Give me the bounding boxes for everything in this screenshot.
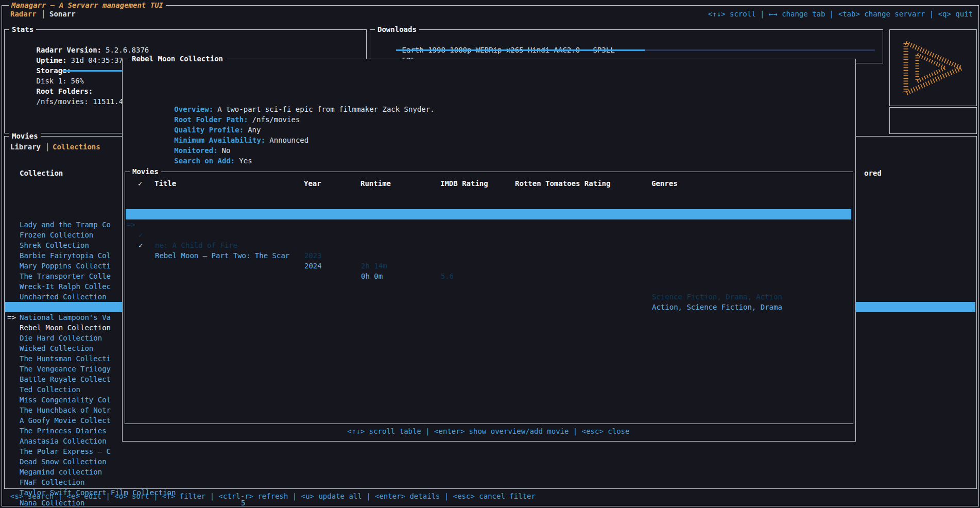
header-runtime: Runtime	[360, 178, 391, 189]
modal-movies-table-header: ✓ Title Year Runtime IMDB Rating Rotten …	[125, 178, 853, 189]
collection-row[interactable]: Nana Collection 2 /nfs/movies Any Yes	[5, 477, 975, 487]
movies-panel-title: Movies	[9, 131, 41, 141]
download-progress-gauge-fill	[396, 49, 645, 51]
movie-runtime: 0h 0m	[361, 271, 383, 281]
detail-field-value: Yes	[239, 157, 252, 165]
collection-row[interactable]: FNaF Collection	[5, 456, 975, 467]
downloads-panel-title: Downloads	[375, 24, 419, 35]
detail-field: Minimum Availability:Announced	[131, 125, 435, 135]
movie-imdb-rating: 5.6	[441, 271, 454, 281]
tab-collections[interactable]: Collections	[53, 142, 100, 152]
movie-title: Rebel Moon – Part Two: The Scar	[155, 250, 289, 261]
collection-detail-fields: Overview:A two-part sci-fi epic from fil…	[131, 73, 435, 176]
top-help-hints: <↑↓> scroll | ←→ change tab | <tab> chan…	[708, 9, 973, 19]
detail-field: Quality Profile:Any	[131, 114, 435, 125]
download-progress-gauge-track	[645, 49, 875, 51]
stats-root-folder-line: /nfs/movies: 11511.43 GB	[10, 86, 141, 117]
stats-panel-title: Stats	[9, 24, 36, 35]
detail-field-label: Search on Add:	[174, 157, 235, 165]
header-year: Year	[304, 178, 321, 189]
movie-genres: Science Fiction, Drama, Action	[652, 292, 782, 302]
logo-panel	[889, 29, 977, 106]
header-genres: Genres	[651, 178, 678, 189]
modal-title: Rebel Moon Collection	[129, 54, 226, 64]
collection-row[interactable]: Taylor Swift Concert Film Collection 5 /…	[5, 467, 975, 477]
header-imdb-rating: IMDB Rating	[440, 178, 488, 189]
modal-movies-table-title: Movies	[130, 166, 161, 177]
header-check: ✓	[138, 178, 142, 189]
detail-field: Search on Add:Yes	[131, 145, 435, 156]
modal-movie-row[interactable]: => ✓ ne: A Child of Fire 2023 2h 14m 5.6…	[126, 209, 851, 219]
empty-panel	[889, 107, 977, 134]
detail-field: Root Folder Path:/nfs/movies	[131, 104, 435, 114]
detail-field: Monitored:No	[131, 135, 435, 145]
header-rotten-tomatoes-rating: Rotten Tomatoes Rating	[515, 178, 610, 189]
managarr-logo-icon	[902, 41, 965, 95]
tab-radarr[interactable]: Radarr	[10, 9, 37, 19]
modal-movie-row[interactable]: ✓ Rebel Moon – Part Two: The Scar 2024 0…	[126, 219, 851, 230]
header-collection: Collection	[20, 168, 63, 178]
bottom-help-hints: <s> search | <e> edit | <o> sort | <f> f…	[10, 491, 536, 501]
header-monitored-fragment: ored	[864, 168, 882, 178]
movie-monitored-check-icon: ✓	[139, 240, 143, 250]
movie-genres: Action, Science Fiction, Drama	[652, 302, 782, 312]
detail-field: Overview:A two-part sci-fi epic from fil…	[131, 94, 435, 104]
modal-movies-rows: => ✓ ne: A Child of Fire 2023 2h 14m 5.6…	[126, 189, 851, 250]
collection-row[interactable]: Megamind collection	[5, 446, 975, 456]
movie-year: 2023	[304, 250, 322, 261]
stats-uptime-value: 31d 04:35:37	[71, 56, 123, 64]
header-title: Title	[154, 178, 176, 189]
modal-help-hints: <↑↓> scroll table | <enter> show overvie…	[123, 426, 854, 436]
modal-movies-table-panel: Movies ✓ Title Year Runtime IMDB Rating …	[125, 172, 853, 424]
tab-sonarr[interactable]: Sonarr	[49, 9, 76, 19]
managarr-app: Managarr — A Servarr management TUI Rada…	[0, 0, 980, 508]
movie-runtime: 2h 14m	[361, 261, 387, 271]
movies-tab-separator: │	[45, 142, 49, 152]
collection-details-modal: Rebel Moon Collection Overview:A two-par…	[122, 59, 856, 442]
movie-year: 2024	[304, 261, 322, 271]
tab-library[interactable]: Library	[10, 142, 41, 152]
tab-separator: │	[41, 9, 45, 19]
